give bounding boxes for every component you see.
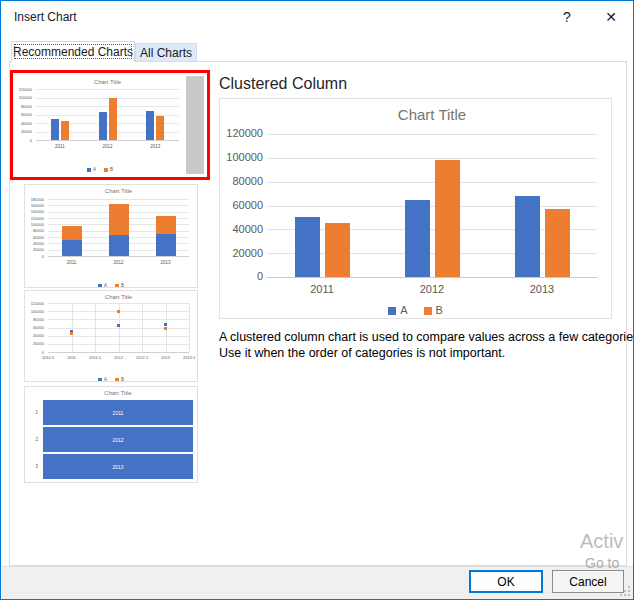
legend-item: A — [87, 167, 96, 172]
legend-swatch — [115, 378, 119, 381]
chart-legend: AB — [25, 367, 197, 381]
legend-swatch — [115, 284, 119, 287]
legend-swatch — [388, 307, 396, 315]
y-axis-label: 2 — [25, 437, 38, 442]
bar: 2011 — [43, 400, 193, 425]
v-gridline — [72, 303, 73, 352]
chart-title: Chart Title — [267, 106, 597, 123]
watermark-goto-text: Go to — [585, 555, 619, 571]
y-axis-label: 1 — [25, 410, 38, 415]
ok-button[interactable]: OK — [469, 570, 543, 593]
scrollbar-thumb[interactable] — [186, 76, 204, 174]
gridline — [48, 199, 189, 200]
y-tick-label: 60000 — [220, 199, 263, 211]
bar — [146, 111, 154, 140]
y-axis-label: 3 — [25, 464, 38, 469]
chart-title: Chart Title — [48, 188, 189, 194]
y-tick-label: 0 — [25, 254, 44, 259]
y-tick-label: 160000 — [25, 203, 44, 208]
y-tick-label: 100000 — [25, 222, 44, 227]
watermark-activate-text: Activ — [580, 530, 623, 553]
y-tick-label: 0 — [220, 270, 263, 282]
y-tick-label: 140000 — [25, 209, 44, 214]
x-axis-line — [48, 256, 189, 257]
bar — [405, 200, 430, 277]
gridline — [267, 206, 597, 207]
bar-segment — [109, 204, 129, 235]
gridline — [267, 182, 597, 183]
cancel-button[interactable]: Cancel — [552, 570, 624, 593]
gridline — [267, 134, 597, 135]
tab-all-charts-label: All Charts — [140, 46, 192, 60]
legend-label: A — [104, 377, 107, 381]
y-tick-label: 40000 — [25, 333, 44, 338]
resize-grip[interactable] — [618, 584, 630, 596]
bar — [295, 217, 320, 277]
legend-label: B — [436, 304, 443, 316]
titlebar[interactable]: Insert Chart — [1, 1, 633, 33]
scatter-point — [164, 323, 167, 326]
dialog-title: Insert Chart — [14, 10, 77, 24]
x-tick-label: 2013.5 — [174, 355, 197, 360]
y-tick-label: 120000 — [25, 216, 44, 221]
bar-data-label: 2012 — [43, 437, 193, 443]
v-gridline — [142, 303, 143, 352]
legend-label: B — [110, 167, 113, 172]
thumbnail-scatter[interactable]: Chart Title02000040000600008000010000012… — [24, 290, 198, 382]
y-tick-label: 80000 — [25, 317, 44, 322]
y-tick-label: 100000 — [220, 151, 263, 163]
tab-recommended-charts-label: Recommended Charts — [13, 45, 133, 59]
close-icon: ✕ — [605, 9, 617, 25]
thumbnail-bar-chart: Chart Title120112201232013 — [25, 387, 197, 482]
bar — [99, 112, 107, 140]
bar-segment — [62, 240, 82, 256]
chart-preview: Chart Title02000040000600008000010000012… — [219, 98, 612, 319]
tab-recommended-charts[interactable]: Recommended Charts — [11, 41, 135, 62]
legend-label: B — [121, 283, 124, 287]
y-tick-label: 0 — [25, 350, 44, 355]
close-button[interactable]: ✕ — [589, 1, 633, 32]
x-axis-line — [267, 277, 597, 278]
bar — [51, 119, 59, 140]
thumbnail-scatter-chart: Chart Title02000040000600008000010000012… — [25, 291, 197, 381]
thumbnail-stacked-column[interactable]: Chart Title02000040000600008000010000012… — [24, 184, 198, 288]
bar: 2013 — [43, 454, 193, 479]
bar-data-label: 2011 — [43, 410, 193, 416]
y-tick-label: 180000 — [25, 197, 44, 202]
x-category-label: 2011 — [292, 283, 352, 295]
chart-title: Chart Title — [43, 390, 193, 396]
scatter-point — [70, 332, 73, 335]
insert-chart-dialog: Insert Chart ? ✕ Recommended Charts All … — [0, 0, 634, 600]
x-category-label: 2013 — [136, 260, 196, 265]
legend-swatch — [98, 378, 102, 381]
chart-legend: AB — [220, 300, 611, 318]
legend-item: B — [115, 283, 124, 287]
y-tick-label: 120000 — [16, 87, 32, 92]
help-button[interactable]: ? — [545, 1, 589, 32]
legend-swatch — [104, 168, 108, 172]
thumbnail-bar[interactable]: Chart Title120112201232013 — [24, 386, 198, 483]
tab-all-charts[interactable]: All Charts — [135, 43, 197, 61]
bar — [545, 209, 570, 277]
y-tick-label: 80000 — [25, 228, 44, 233]
legend-label: A — [400, 304, 407, 316]
thumbnail-clustered-column[interactable]: Chart Title02000040000600008000010000012… — [10, 70, 210, 180]
bar-segment — [156, 234, 176, 256]
thumbnail-clustered-chart: Chart Title02000040000600008000010000012… — [16, 76, 184, 172]
gridline — [267, 158, 597, 159]
y-tick-label: 0 — [16, 138, 32, 143]
x-category-label: 2013 — [512, 283, 572, 295]
y-tick-label: 60000 — [16, 112, 32, 117]
bar: 2012 — [43, 427, 193, 452]
chart-description: A clustered column chart is used to comp… — [219, 329, 629, 362]
gridline — [36, 106, 179, 107]
bar-segment — [109, 235, 129, 256]
y-tick-label: 40000 — [16, 121, 32, 126]
y-tick-label: 100000 — [25, 309, 44, 314]
gridline — [36, 98, 179, 99]
y-tick-label: 60000 — [25, 235, 44, 240]
y-tick-label: 40000 — [220, 223, 263, 235]
legend-label: A — [104, 283, 107, 287]
preview-heading: Clustered Column — [219, 75, 347, 93]
bar-segment — [156, 216, 176, 234]
